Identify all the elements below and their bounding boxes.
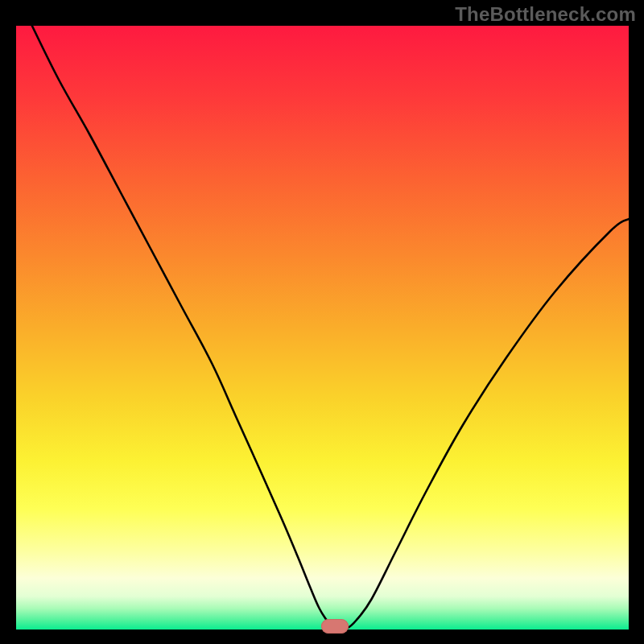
plot-svg bbox=[16, 26, 629, 630]
gradient-background bbox=[16, 26, 629, 630]
watermark-text: TheBottleneck.com bbox=[455, 3, 636, 26]
minimum-marker bbox=[321, 619, 349, 634]
chart-frame: TheBottleneck.com bbox=[0, 0, 644, 644]
plot-area bbox=[16, 26, 629, 630]
